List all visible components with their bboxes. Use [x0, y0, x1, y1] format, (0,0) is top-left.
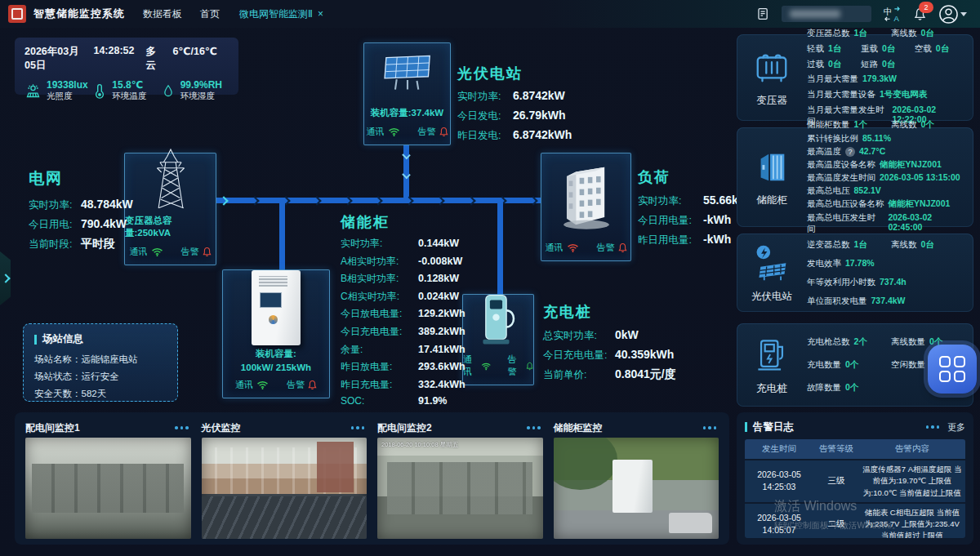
station-status: 场站状态：运行安全 [34, 368, 167, 385]
help-icon[interactable]: ? [845, 147, 855, 157]
load-node-box[interactable]: 通讯 告警 [541, 153, 631, 261]
drawer-handle[interactable] [0, 251, 11, 305]
metric-value: 99.9%RH [180, 80, 222, 91]
stat-row: 最高温度发生时间2026-03-05 13:15:00 [807, 172, 969, 184]
grid-title: 电网 [29, 168, 133, 189]
stat-label: 当前时段: [29, 238, 81, 251]
station-name: 场站名称：远能锦座电站 [34, 351, 167, 368]
stat-label: 总实时功率: [543, 329, 615, 343]
more-icon[interactable] [349, 424, 368, 432]
document-icon[interactable] [756, 7, 770, 21]
more-icon[interactable] [924, 423, 942, 431]
stat-value: 293.6kWh [418, 361, 466, 372]
stat-label: 实时功率: [341, 237, 418, 251]
video-timestamp: 2018-06-20 10:10:08 星期五 [381, 441, 458, 449]
weather-panel: 2026年03月05日 14:28:52 多云 6℃/16℃ 19338lux … [15, 38, 238, 95]
charger-node-box[interactable]: 通讯 告警 [462, 294, 534, 385]
stat-row: 今日发电:26.79kWh [457, 109, 572, 123]
stat-row: 最高温度 ? 42.7°C [807, 146, 969, 158]
video-feed[interactable] [25, 438, 191, 539]
stat-row: 逆变器总数1台 离线数0台 [807, 239, 969, 251]
station-title-row: 场站信息 [34, 332, 167, 346]
video-feed[interactable] [554, 438, 719, 539]
col-level: 告警等级 [813, 443, 859, 455]
video-feed[interactable]: 2018-06-20 10:10:08 星期五 [377, 438, 543, 539]
stat-label: 今日放电电量: [341, 307, 418, 321]
time: 14:28:52 [93, 45, 134, 73]
dashboard: 智慧储能监控系统 数据看板 首页 微电网智能监测Ⅱ × 中 A [0, 0, 980, 556]
stat-row: 年等效利用小时数737.4h [807, 277, 969, 288]
stat-label: 实时功率: [457, 90, 513, 104]
bell-icon [439, 127, 448, 137]
more-icon[interactable] [524, 424, 543, 432]
alarm-row[interactable]: 2026-03-0514:25:03 三级 温度传感器7 A相温度超限 当前值为… [745, 459, 965, 502]
charger-title: 充电桩 [543, 302, 676, 322]
bell-icon [203, 247, 212, 257]
storage-capacity-label: 装机容量: [256, 348, 296, 360]
translate-icon[interactable]: 中 A [883, 6, 902, 23]
alarm-table-header: 发生时间 告警等级 告警内容 [745, 439, 965, 459]
stat-row: 变压器总数1台 离线数0台 [807, 28, 969, 39]
app-logo[interactable] [8, 5, 26, 23]
comm-label: 通讯 [367, 126, 385, 138]
date: 2026年03月05日 [24, 45, 82, 73]
apps-launcher-button[interactable] [928, 345, 977, 394]
stat-row: 实时功率:0.144kW [341, 237, 466, 251]
pv-node-box[interactable]: 装机容量:37.4kW 通讯 告警 [363, 42, 451, 145]
pv-station-icon [751, 242, 792, 285]
more-icon[interactable] [172, 424, 191, 432]
line-bus-to-charger [497, 202, 503, 295]
stat-label: SOC: [341, 395, 418, 407]
menu-data-board[interactable]: 数据看板 [143, 7, 182, 21]
panel-name: 充电桩 [756, 382, 787, 396]
weather-metrics: 19338lux 光照度 15.8℃ 环境温度 99.9%RH [24, 80, 229, 101]
avatar[interactable] [938, 4, 967, 24]
metric-label: 光照度 [47, 91, 88, 101]
station-safe-days: 安全天数：582天 [34, 385, 167, 403]
video-card-1[interactable]: 配电间监控1 [25, 418, 191, 539]
notifications-button[interactable]: 2 [913, 7, 927, 21]
transmission-tower-icon [143, 144, 198, 212]
stat-row: 今日充电电量:389.2kWh [341, 325, 466, 339]
storage-info: 储能柜 实时功率:0.144kW A相实时功率:-0.008kW B相实时功率:… [341, 212, 466, 411]
video-card-3[interactable]: 配电间监控2 2018-06-20 10:10:08 星期五 [377, 418, 543, 539]
condition: 多云 [145, 45, 161, 73]
col-content: 告警内容 [859, 443, 965, 455]
storage-title: 储能柜 [341, 212, 466, 232]
stat-value: 91.9% [418, 395, 447, 407]
charging-pile-icon [476, 291, 520, 349]
stat-value: 0.8041元/度 [615, 367, 676, 382]
topbar-actions: 中 A 2 [756, 4, 967, 24]
menu-home[interactable]: 首页 [200, 7, 220, 21]
tab-microgrid-monitor[interactable]: 微电网智能监测Ⅱ × [239, 7, 323, 21]
metric-humidity: 99.9%RH 环境湿度 [161, 80, 229, 101]
stat-label: B相实时功率: [341, 272, 418, 286]
video-card-4[interactable]: 储能柜监控 [554, 418, 719, 539]
comm-label: 通讯 [463, 354, 478, 378]
stat-label: 实时功率: [638, 194, 703, 208]
bell-icon [526, 361, 533, 371]
video-feed[interactable] [202, 438, 368, 539]
app-title: 智慧储能监控系统 [33, 7, 125, 21]
stat-value: -kWh [703, 213, 731, 226]
panel-name: 储能柜 [756, 193, 787, 207]
wifi-icon [151, 247, 163, 256]
video-card-2[interactable]: 光伏监控 [202, 418, 368, 539]
alarm-log-panel: 告警日志 更多 发生时间 告警等级 告警内容 2026-03-0514:25:0… [737, 412, 973, 545]
more-link[interactable]: 更多 [947, 421, 965, 434]
title-marker [745, 422, 747, 432]
more-icon[interactable] [701, 424, 719, 432]
weather-header: 2026年03月05日 14:28:52 多云 6℃/16℃ [24, 45, 229, 73]
transformer-capacity-label: 变压器总容量:250kVA [125, 215, 216, 239]
stat-value: 0kW [615, 328, 639, 341]
stat-label: 今日用电: [29, 218, 81, 232]
storage-node-box[interactable]: 装机容量: 100kW/ 215kWh 通讯 告警 [222, 269, 330, 398]
svg-text:中: 中 [884, 6, 893, 16]
tab-close-icon[interactable]: × [318, 8, 323, 20]
grid-node-box[interactable]: 变压器总容量:250kVA 通讯 告警 [124, 153, 216, 265]
alarm-row[interactable]: 2026-03-0514:05:07 二级 储能表 C相电压超限 当前值为:23… [745, 502, 965, 538]
alarm-level: 二级 [813, 518, 859, 530]
metric-illuminance: 19338lux 光照度 [24, 80, 92, 101]
stat-value: 790.4kW [81, 217, 127, 230]
search-input[interactable] [782, 6, 871, 22]
